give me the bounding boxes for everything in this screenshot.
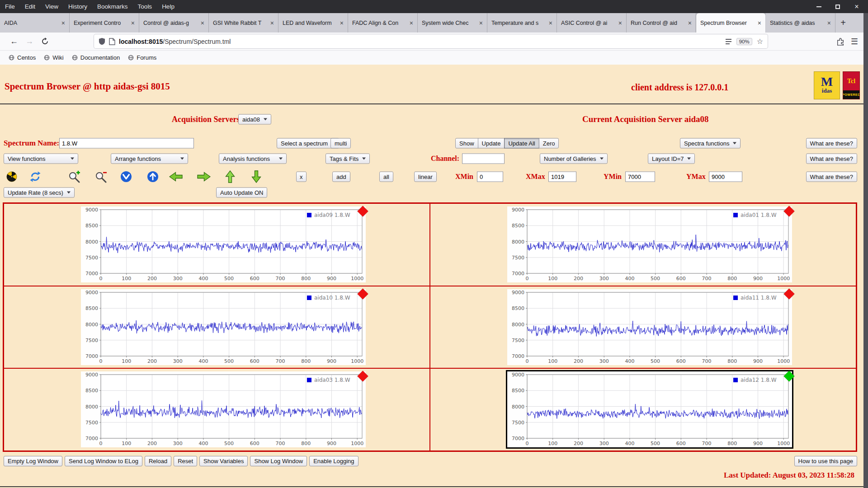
tab-run-control-aid[interactable]: Run Control @ aid× <box>627 13 696 33</box>
tab-close-icon[interactable]: × <box>827 19 831 27</box>
spectrum-chart-aida11-1-8-w[interactable]: 7000750080008500900001002003004005006007… <box>507 289 792 365</box>
spectrum-name-input[interactable] <box>59 138 194 149</box>
what-are-these-button-3[interactable]: What are these? <box>806 172 857 182</box>
bookmark-documentation[interactable]: Documentation <box>68 53 124 62</box>
what-are-these-button-2[interactable]: What are these? <box>806 154 857 164</box>
refresh-icon[interactable] <box>28 169 42 184</box>
layout-id-dropdown[interactable]: Layout ID=7 <box>648 154 695 164</box>
spectrum-plot[interactable]: 7000750080008500900001002003004005006007… <box>507 371 792 447</box>
analysis-functions-dropdown[interactable]: Analysis functions <box>219 154 287 164</box>
shift-right-icon[interactable] <box>197 169 211 184</box>
zoom-out-icon[interactable] <box>94 169 108 184</box>
acquisition-server-select[interactable]: aida08 <box>238 114 271 125</box>
tab-close-icon[interactable]: × <box>340 19 344 27</box>
reset-button[interactable]: Reset <box>174 456 197 466</box>
spectrum-chart-aida09-1-8-w[interactable]: 7000750080008500900001002003004005006007… <box>81 206 366 282</box>
menu-file[interactable]: File <box>0 0 20 13</box>
radiation-icon[interactable] <box>5 169 19 184</box>
auto-update-button[interactable]: Auto Update ON <box>216 188 267 198</box>
compress-y-icon[interactable] <box>119 169 133 184</box>
tab-temperature-and-s[interactable]: Temperature and s× <box>487 13 557 33</box>
spectra-functions-dropdown[interactable]: Spectra functions <box>680 138 741 149</box>
reload-button[interactable] <box>37 34 52 49</box>
how-to-use-button[interactable]: How to use this page <box>794 456 857 466</box>
menu-tools[interactable]: Tools <box>133 0 157 13</box>
tab-close-icon[interactable]: × <box>688 19 692 27</box>
shift-down-icon[interactable] <box>249 169 264 184</box>
tab-close-icon[interactable]: × <box>618 19 622 27</box>
xmin-input[interactable] <box>477 172 503 182</box>
expand-y-icon[interactable] <box>146 169 160 184</box>
spectrum-plot[interactable]: 7000750080008500900001002003004005006007… <box>81 371 366 447</box>
minimize-button[interactable] <box>816 4 822 10</box>
tab-close-icon[interactable]: × <box>758 19 761 27</box>
tab-close-icon[interactable]: × <box>201 19 204 27</box>
spectrum-plot[interactable]: 7000750080008500900001002003004005006007… <box>507 289 792 365</box>
tab-control-aidas-g[interactable]: Control @ aidas-g× <box>139 13 209 33</box>
tab-asic-control-ai[interactable]: ASIC Control @ ai× <box>557 13 627 33</box>
tab-aida[interactable]: AIDA× <box>0 13 70 33</box>
menu-history[interactable]: History <box>63 0 92 13</box>
gallery-cell-aida01-1-8-w[interactable]: 7000750080008500900001002003004005006007… <box>430 203 856 286</box>
menu-bookmarks[interactable]: Bookmarks <box>92 0 133 13</box>
x-button[interactable]: x <box>296 172 307 182</box>
bookmark-forums[interactable]: Forums <box>124 53 160 62</box>
update-rate-dropdown[interactable]: Update Rate (8 secs) <box>4 188 75 198</box>
empty-log-window-button[interactable]: Empty Log Window <box>4 456 62 466</box>
update-all-button[interactable]: Update All <box>504 138 539 149</box>
enable-logging-button[interactable]: Enable Logging <box>309 456 358 466</box>
select-spectrum-dropdown[interactable]: Select a spectrum <box>277 138 339 149</box>
what-are-these-button-1[interactable]: What are these? <box>806 138 857 149</box>
spectrum-plot[interactable]: 7000750080008500900001002003004005006007… <box>81 289 366 365</box>
tab-close-icon[interactable]: × <box>410 19 413 27</box>
url-text[interactable]: localhost:8015/Spectrum/Spectrum.tml <box>119 38 231 45</box>
spectrum-chart-aida01-1-8-w[interactable]: 7000750080008500900001002003004005006007… <box>507 206 792 282</box>
tab-close-icon[interactable]: × <box>270 19 274 27</box>
tab-gsi-white-rabbit-t[interactable]: GSI White Rabbit T× <box>209 13 278 33</box>
show-log-window-button[interactable]: Show Log Window <box>250 456 307 466</box>
spectrum-chart-aida10-1-8-w[interactable]: 7000750080008500900001002003004005006007… <box>81 289 366 365</box>
tab-experiment-contro[interactable]: Experiment Contro× <box>70 13 139 33</box>
send-log-window-to-elog-button[interactable]: Send Log Window to ELog <box>65 456 142 466</box>
page-scrollbar[interactable] <box>863 13 868 488</box>
xmax-input[interactable] <box>548 172 576 182</box>
linear-button[interactable]: linear <box>414 172 437 182</box>
zoom-level-badge[interactable]: 90% <box>736 38 752 45</box>
arrange-functions-dropdown[interactable]: Arrange functions <box>111 154 188 164</box>
forward-button[interactable]: → <box>22 34 37 49</box>
tab-close-icon[interactable]: × <box>61 19 65 27</box>
update-button[interactable]: Update <box>478 138 505 149</box>
zero-button[interactable]: Zero <box>539 138 559 149</box>
reader-view-icon[interactable] <box>725 38 732 45</box>
menu-edit[interactable]: Edit <box>20 0 40 13</box>
ymin-input[interactable] <box>625 172 655 182</box>
tab-statistics-aidas[interactable]: Statistics @ aidas× <box>766 13 835 33</box>
add-button[interactable]: add <box>332 172 350 182</box>
gallery-cell-aida03-1-8-w[interactable]: 7000750080008500900001002003004005006007… <box>4 368 430 451</box>
tab-fadc-align-con[interactable]: FADC Align & Con× <box>348 13 418 33</box>
gallery-cell-aida09-1-8-w[interactable]: 7000750080008500900001002003004005006007… <box>4 203 430 286</box>
url-bar[interactable]: localhost:8015/Spectrum/Spectrum.tml 90%… <box>94 34 768 48</box>
view-functions-dropdown[interactable]: View functions <box>4 154 78 164</box>
zoom-in-icon[interactable] <box>67 169 81 184</box>
new-tab-button[interactable]: + <box>835 13 851 33</box>
spectrum-chart-aida03-1-8-w[interactable]: 7000750080008500900001002003004005006007… <box>81 371 366 447</box>
spectrum-chart-aida12-1-8-w[interactable]: 7000750080008500900001002003004005006007… <box>507 371 792 447</box>
show-variables-button[interactable]: Show Variables <box>199 456 248 466</box>
gallery-cell-aida12-1-8-w[interactable]: 7000750080008500900001002003004005006007… <box>430 368 856 451</box>
tab-close-icon[interactable]: × <box>479 19 483 27</box>
gallery-cell-aida11-1-8-w[interactable]: 7000750080008500900001002003004005006007… <box>430 286 856 369</box>
menu-view[interactable]: View <box>40 0 63 13</box>
shift-left-icon[interactable] <box>169 169 183 184</box>
maximize-button[interactable] <box>835 4 841 10</box>
show-button[interactable]: Show <box>455 138 478 149</box>
back-button[interactable]: ← <box>6 34 22 49</box>
tags-fits-dropdown[interactable]: Tags & Fits <box>326 154 370 164</box>
extension-puzzle-icon[interactable] <box>836 38 844 46</box>
menu-help[interactable]: Help <box>157 0 179 13</box>
tab-close-icon[interactable]: × <box>549 19 552 27</box>
bookmark-centos[interactable]: Centos <box>5 53 40 62</box>
tab-led-and-waveform[interactable]: LED and Waveform× <box>278 13 348 33</box>
number-of-galleries-dropdown[interactable]: Number of Galleries <box>540 154 608 164</box>
close-button[interactable]: × <box>854 4 860 10</box>
